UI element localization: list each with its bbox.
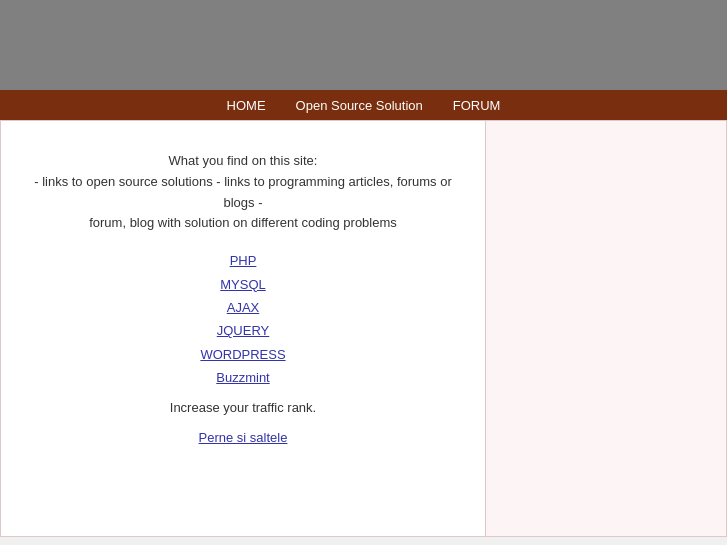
nav-item-forum[interactable]: FORUM xyxy=(453,98,501,113)
main-content: What you find on this site: - links to o… xyxy=(1,121,486,536)
intro-line2: - links to open source solutions - links… xyxy=(34,174,452,210)
nav-bar: HOME Open Source Solution FORUM xyxy=(0,90,727,120)
intro-line3: forum, blog with solution on different c… xyxy=(89,215,397,230)
traffic-text: Increase your traffic rank. xyxy=(31,400,455,415)
nav-item-open-source[interactable]: Open Source Solution xyxy=(296,98,423,113)
saltele-link[interactable]: Perne si saltele xyxy=(199,430,288,445)
link-wordpress[interactable]: WORDPRESS xyxy=(200,343,285,366)
content-wrapper: What you find on this site: - links to o… xyxy=(0,120,727,537)
link-jquery[interactable]: JQUERY xyxy=(217,319,270,342)
sidebar xyxy=(486,121,726,536)
intro-text: What you find on this site: - links to o… xyxy=(31,151,455,234)
link-ajax[interactable]: AJAX xyxy=(227,296,260,319)
header-banner xyxy=(0,0,727,90)
link-buzzmint[interactable]: Buzzmint xyxy=(216,366,269,389)
link-mysql[interactable]: MYSQL xyxy=(220,273,266,296)
links-section: PHP MYSQL AJAX JQUERY WORDPRESS Buzzmint xyxy=(31,249,455,389)
nav-item-home[interactable]: HOME xyxy=(227,98,266,113)
intro-line1: What you find on this site: xyxy=(169,153,318,168)
link-php[interactable]: PHP xyxy=(230,249,257,272)
